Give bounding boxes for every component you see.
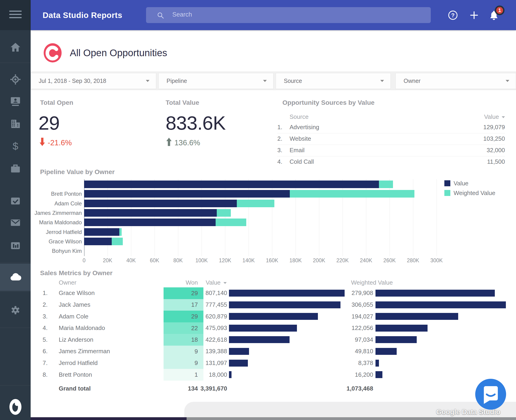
filter-owner[interactable]: Owner <box>395 73 516 89</box>
weighted-value-bar <box>375 313 458 320</box>
value-bar[interactable] <box>84 228 119 236</box>
hamburger-icon[interactable] <box>0 7 31 22</box>
filter-source[interactable]: Source <box>276 73 391 89</box>
source-row-name: Cold Call <box>289 158 314 165</box>
sales-col-won: Won <box>161 279 198 286</box>
notification-badge: 1 <box>495 6 504 15</box>
value-bar <box>229 371 232 378</box>
source-row-rank: 2. <box>277 135 282 142</box>
search-input[interactable] <box>172 11 414 18</box>
sidebar-divider <box>0 385 31 385</box>
value-bar[interactable] <box>84 218 216 226</box>
weighted-value-bar[interactable] <box>237 200 274 207</box>
sales-row-value: 422,618 <box>181 336 227 343</box>
bar-category-label: Adam Cole <box>25 200 82 207</box>
weighted-value-bar[interactable] <box>119 228 122 236</box>
sales-row-value: 131,097 <box>181 360 227 367</box>
sales-row-rank: 6. <box>43 348 48 355</box>
grand-total-label: Grand total <box>59 385 91 392</box>
scorecard-total-value-label: Total Value <box>166 99 199 106</box>
sales-row-owner: Jerrod Hatfield <box>59 360 98 367</box>
source-row-name: Advertising <box>289 124 319 131</box>
briefcase-icon[interactable] <box>0 160 31 177</box>
sales-row-rank: 4. <box>43 324 48 332</box>
sales-row-value: 777,455 <box>181 301 227 308</box>
sources-col-value[interactable]: Value <box>458 113 505 120</box>
sales-row-rank: 8. <box>43 371 48 378</box>
bar-category-label: Bohyun Kim <box>25 247 82 255</box>
weighted-value-bar[interactable] <box>112 238 123 245</box>
scorecard-total-open-value: 29 <box>38 112 60 134</box>
bar-category-label: James Zimmerman <box>25 209 82 217</box>
weighted-value-bar[interactable] <box>217 209 231 217</box>
sales-icon[interactable]: $ <box>0 138 31 154</box>
source-row-rank: 3. <box>277 147 282 154</box>
sales-row-weighted: 97,034 <box>322 336 373 343</box>
home-icon[interactable] <box>0 39 31 55</box>
help-icon[interactable]: ? <box>445 0 461 30</box>
value-bar[interactable] <box>84 190 290 198</box>
filter-jul-1-2018-sep-30-2018[interactable]: Jul 1, 2018 - Sep 30, 2018 <box>31 73 156 89</box>
add-icon[interactable] <box>466 0 482 30</box>
sales-row-owner: Brett Ponton <box>59 371 92 378</box>
sales-row-weighted: 49,810 <box>322 348 373 355</box>
scorecard-total-value-value: 833.6K <box>166 112 226 134</box>
page-title: All Open Opportunities <box>70 43 167 63</box>
value-bar <box>229 325 297 332</box>
value-bar <box>229 348 249 355</box>
sales-row-rank: 3. <box>43 313 48 320</box>
copper-logo-icon[interactable] <box>0 399 31 415</box>
bar-category-label: Brett Ponton <box>25 190 82 198</box>
bottom-window-edge-left <box>31 417 187 420</box>
value-bar[interactable] <box>84 200 237 207</box>
legend-label: Weighted Value <box>454 189 495 197</box>
sales-row-rank: 1. <box>43 289 48 297</box>
app-header: Data Studio Reports ? <box>31 0 516 30</box>
contacts-icon[interactable] <box>0 93 31 109</box>
value-bar[interactable] <box>84 238 112 245</box>
sales-row-rank: 2. <box>43 301 48 308</box>
pipeline-chart-title: Pipeline Value by Owner <box>40 168 115 176</box>
scorecard-total-open-delta: -21.6% <box>40 138 72 148</box>
company-icon[interactable] <box>0 116 31 132</box>
filter-label: Source <box>284 78 302 84</box>
x-tick-label: 100K <box>191 257 212 264</box>
x-tick-label: 0 <box>74 257 94 264</box>
weighted-value-bar[interactable] <box>379 180 393 188</box>
x-tick-label: 40K <box>121 257 141 264</box>
copper-report-logo-icon <box>43 43 63 63</box>
x-tick-label: 200K <box>309 257 329 264</box>
settings-icon[interactable] <box>0 302 31 318</box>
value-bar <box>229 336 289 343</box>
chat-messenger-icon[interactable] <box>475 379 506 410</box>
gridline <box>437 179 437 256</box>
sales-row-weighted: 194,027 <box>322 313 373 320</box>
x-tick-label: 160K <box>262 257 282 264</box>
weighted-value-bar[interactable] <box>216 218 246 226</box>
sales-row-owner: Liz Anderson <box>59 336 93 343</box>
scorecard-total-open-label: Total Open <box>40 99 73 106</box>
sales-row-value: 139,388 <box>181 348 227 355</box>
chevron-down-icon <box>146 80 150 82</box>
sales-row-rank: 7. <box>43 360 48 367</box>
row-separator <box>277 133 505 133</box>
sidebar-divider <box>0 291 31 292</box>
sales-row-value: 807,140 <box>181 289 227 297</box>
scorecard-total-value-delta: 136.6% <box>166 138 200 148</box>
legend-chip <box>444 190 450 196</box>
cloud-icon[interactable] <box>0 269 31 285</box>
weighted-value-bar[interactable] <box>290 190 414 198</box>
source-row-rank: 4. <box>277 158 282 165</box>
x-tick-label: 80K <box>168 257 189 264</box>
sales-row-weighted: 279,908 <box>322 289 373 297</box>
sales-col-value[interactable]: Value <box>206 279 227 286</box>
filter-label: Pipeline <box>167 78 187 84</box>
sidebar-item-active[interactable] <box>0 264 31 291</box>
filter-pipeline[interactable]: Pipeline <box>159 73 273 89</box>
legend-label: Value <box>454 180 469 187</box>
value-bar[interactable] <box>84 180 379 188</box>
target-icon[interactable] <box>0 71 31 88</box>
search-box[interactable] <box>146 7 431 23</box>
row-separator <box>277 156 505 156</box>
value-bar[interactable] <box>84 209 217 217</box>
